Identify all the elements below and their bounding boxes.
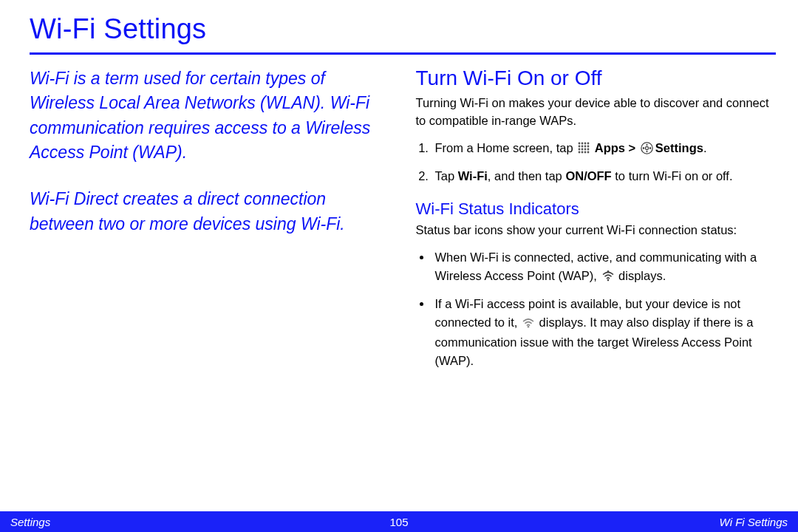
svg-point-26 bbox=[607, 279, 609, 281]
step-2: Tap Wi-Fi, and then tap ON/OFF to turn W… bbox=[432, 167, 777, 186]
b1-post: displays. bbox=[615, 269, 666, 282]
svg-rect-19 bbox=[646, 151, 647, 152]
heading-status-indicators: Wi-Fi Status Indicators bbox=[416, 200, 777, 219]
svg-point-10 bbox=[584, 148, 587, 150]
turn-wifi-lead: Turning Wi-Fi on makes your device able … bbox=[416, 95, 777, 130]
svg-point-3 bbox=[587, 142, 590, 144]
apps-grid-icon bbox=[578, 140, 590, 160]
svg-point-13 bbox=[582, 151, 584, 153]
step2-wifi: Wi-Fi bbox=[458, 169, 488, 183]
svg-point-17 bbox=[645, 146, 648, 149]
svg-point-15 bbox=[587, 151, 590, 153]
turn-wifi-steps: From a Home screen, tap Apps > Settings.… bbox=[416, 139, 777, 186]
bullet-connected: When Wi-Fi is connected, active, and com… bbox=[432, 248, 777, 287]
footer-right: Wi Fi Settings bbox=[417, 516, 788, 528]
svg-point-1 bbox=[582, 142, 584, 144]
bullet-available: If a Wi-Fi access point is available, bu… bbox=[432, 295, 777, 369]
step2-onoff: ON/OFF bbox=[565, 169, 611, 183]
wifi-available-icon bbox=[522, 315, 534, 333]
svg-point-7 bbox=[587, 145, 590, 147]
svg-point-2 bbox=[584, 142, 587, 144]
svg-point-5 bbox=[582, 145, 584, 147]
page-footer: Settings 105 Wi Fi Settings bbox=[0, 511, 798, 532]
step1-apps: Apps bbox=[595, 141, 625, 154]
svg-point-11 bbox=[587, 148, 590, 150]
svg-point-30 bbox=[528, 326, 530, 328]
svg-point-0 bbox=[579, 142, 581, 144]
svg-point-12 bbox=[579, 151, 581, 153]
wifi-connected-icon bbox=[602, 268, 614, 287]
svg-point-4 bbox=[579, 145, 581, 147]
step2-pre: Tap bbox=[435, 169, 458, 183]
svg-point-6 bbox=[584, 145, 587, 147]
step1-post: . bbox=[703, 141, 707, 154]
title-underline bbox=[30, 52, 776, 55]
page-container: Wi-Fi Settings Wi-Fi is a term used for … bbox=[0, 0, 798, 532]
settings-gear-icon bbox=[641, 141, 653, 160]
footer-page-number: 105 bbox=[381, 516, 417, 528]
b1-pre: When Wi-Fi is connected, active, and com… bbox=[435, 250, 757, 282]
step-1: From a Home screen, tap Apps > Settings. bbox=[432, 139, 777, 160]
heading-turn-wifi: Turn Wi-Fi On or Off bbox=[416, 66, 777, 90]
intro-paragraph-2: Wi-Fi Direct creates a direct connection… bbox=[30, 187, 390, 236]
right-column: Turn Wi-Fi On or Off Turning Wi-Fi on ma… bbox=[416, 66, 777, 378]
two-column-layout: Wi-Fi is a term used for certain types o… bbox=[30, 66, 776, 378]
step1-pre: From a Home screen, tap bbox=[435, 141, 577, 154]
step2-mid: , and then tap bbox=[488, 169, 566, 183]
svg-rect-18 bbox=[646, 144, 647, 146]
status-bullets: When Wi-Fi is connected, active, and com… bbox=[416, 248, 777, 370]
step1-gt: > bbox=[625, 141, 639, 154]
page-title: Wi-Fi Settings bbox=[30, 13, 776, 45]
svg-point-9 bbox=[582, 148, 584, 150]
status-lead: Status bar icons show your current Wi-Fi… bbox=[416, 222, 777, 239]
intro-paragraph-1: Wi-Fi is a term used for certain types o… bbox=[30, 66, 390, 165]
step1-settings: Settings bbox=[655, 141, 703, 154]
left-column: Wi-Fi is a term used for certain types o… bbox=[30, 66, 390, 378]
svg-point-8 bbox=[579, 148, 581, 150]
step2-post: to turn Wi-Fi on or off. bbox=[612, 169, 733, 183]
svg-point-14 bbox=[584, 151, 587, 153]
footer-left: Settings bbox=[10, 516, 381, 528]
